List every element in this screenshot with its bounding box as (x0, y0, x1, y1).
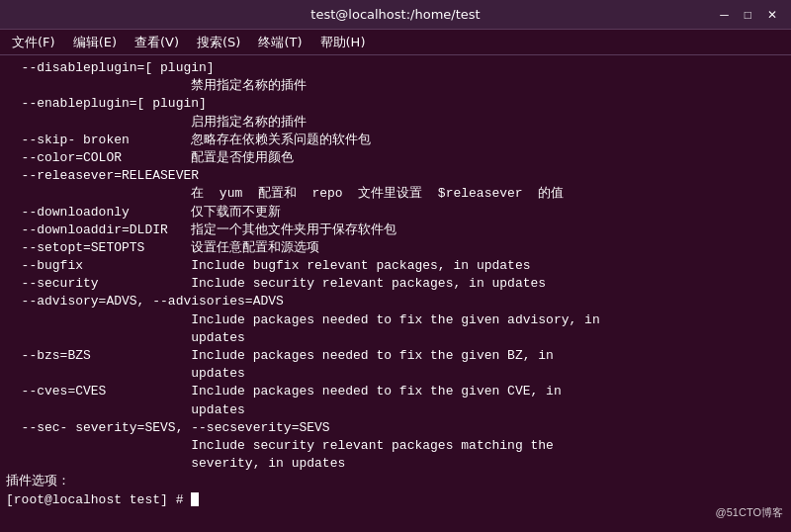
terminal-line: 在 yum 配置和 repo 文件里设置 $releasever 的值 (6, 185, 785, 203)
terminal-line: Include security relevant packages match… (6, 437, 785, 455)
menu-item[interactable]: 编辑(E) (65, 32, 125, 53)
maximize-button[interactable]: □ (739, 6, 757, 24)
menu-item[interactable]: 查看(V) (127, 32, 187, 53)
terminal-line: [root@localhost test] # (6, 491, 785, 509)
terminal-line: updates (6, 329, 785, 347)
terminal-line: --cves=CVES Include packages needed to f… (6, 383, 785, 400)
terminal-line: --advisory=ADVS, --advisories=ADVS (6, 293, 785, 310)
terminal-line: --setopt=SETOPTS 设置任意配置和源选项 (6, 239, 785, 257)
menu-item[interactable]: 搜索(S) (189, 32, 248, 53)
terminal-cursor (191, 492, 199, 506)
menu-bar: 文件(F)编辑(E)查看(V)搜索(S)终端(T)帮助(H) (0, 30, 791, 55)
terminal-line: --releasever=RELEASEVER (6, 167, 785, 185)
menu-item[interactable]: 帮助(H) (312, 32, 374, 53)
terminal-line: --security Include security relevant pac… (6, 275, 785, 293)
terminal-line: 启用指定名称的插件 (6, 114, 785, 132)
terminal-content[interactable]: --disableplugin=[ plugin] 禁用指定名称的插件 --en… (0, 55, 791, 532)
terminal-line: --color=COLOR 配置是否使用颜色 (6, 149, 785, 167)
watermark: @51CTO博客 (716, 505, 783, 520)
terminal-line: 插件选项： (6, 473, 785, 490)
terminal-line: updates (6, 365, 785, 383)
terminal-line: --downloaddir=DLDIR 指定一个其他文件夹用于保存软件包 (6, 222, 785, 239)
terminal-line: Include packages needed to fix the given… (6, 311, 785, 329)
terminal-line: --sec- severity=SEVS, --secseverity=SEVS (6, 419, 785, 437)
terminal-window: test@localhost:/home/test ─ □ ✕ 文件(F)编辑(… (0, 0, 791, 532)
minimize-button[interactable]: ─ (714, 6, 735, 24)
window-title: test@localhost:/home/test (310, 7, 480, 22)
menu-item[interactable]: 文件(F) (4, 32, 63, 53)
terminal-line: 禁用指定名称的插件 (6, 77, 785, 95)
terminal-line: --disableplugin=[ plugin] (6, 59, 785, 77)
terminal-line: --downloadonly 仅下载而不更新 (6, 204, 785, 222)
menu-item[interactable]: 终端(T) (250, 32, 309, 53)
terminal-line: --enableplugin=[ plugin] (6, 95, 785, 113)
title-bar: test@localhost:/home/test ─ □ ✕ (0, 0, 791, 30)
window-controls: ─ □ ✕ (714, 6, 783, 24)
terminal-line: --bzs=BZS Include packages needed to fix… (6, 347, 785, 365)
terminal-line: --skip- broken 忽略存在依赖关系问题的软件包 (6, 132, 785, 149)
terminal-line: updates (6, 401, 785, 419)
terminal-line: severity, in updates (6, 455, 785, 473)
terminal-line: --bugfix Include bugfix relevant package… (6, 257, 785, 275)
close-button[interactable]: ✕ (761, 6, 783, 24)
